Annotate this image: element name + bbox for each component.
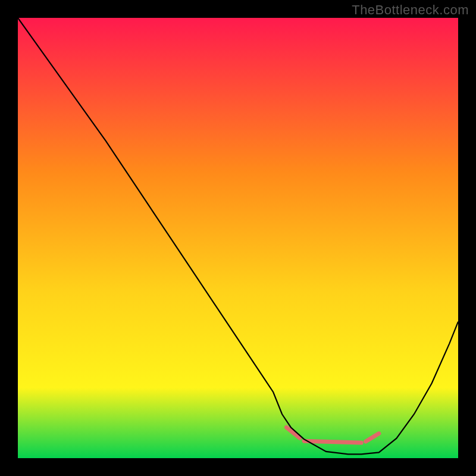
plot-area <box>18 18 458 458</box>
watermark-text: TheBottleneck.com <box>352 2 469 18</box>
flat-marker-segment <box>304 441 361 443</box>
gradient-background <box>18 18 458 458</box>
chart-svg <box>18 18 458 458</box>
chart-frame: TheBottleneck.com <box>0 0 476 476</box>
